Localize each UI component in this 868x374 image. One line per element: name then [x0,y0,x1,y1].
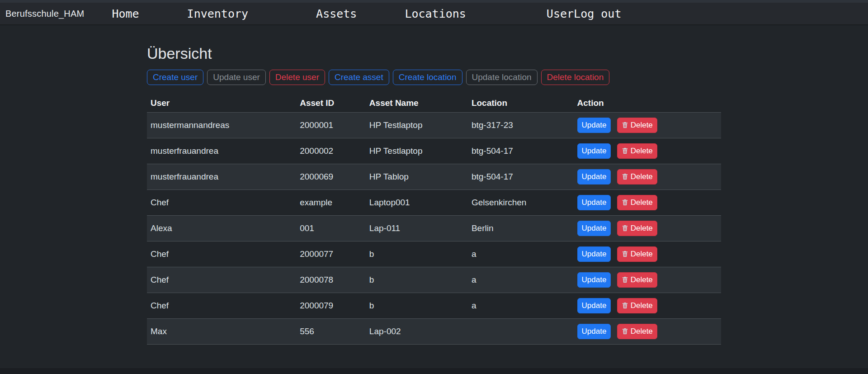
row-delete-button[interactable]: Delete [617,118,657,133]
cell-asset-name: HP Tablop [366,164,468,189]
trash-icon [622,173,628,180]
cell-asset-id: 2000002 [296,138,366,164]
cell-asset-id: 556 [296,318,366,344]
table-row: Chef example Laptop001 Gelsenkirchen Upd… [147,189,721,215]
main-container: Übersicht Create user Update user Delete… [147,44,721,345]
row-delete-button[interactable]: Delete [617,195,657,210]
delete-button-label: Delete [631,197,653,208]
trash-icon [622,225,628,232]
cell-asset-id: 2000077 [296,241,366,267]
trash-icon [622,276,628,283]
row-update-button[interactable]: Update [577,246,611,262]
delete-button-label: Delete [631,120,653,131]
table-row: Alexa 001 Lap-011 Berlin Update Delete [147,215,721,241]
cell-user: Chef [147,293,296,318]
update-user-button[interactable]: Update user [207,70,266,85]
table-row: musterfrauandrea 2000069 HP Tablop btg-5… [147,164,721,189]
row-update-button[interactable]: Update [577,118,611,133]
row-update-button[interactable]: Update [577,143,611,159]
cell-location: a [468,241,574,267]
cell-location: btg-317-23 [468,112,574,138]
table-row: Chef 2000079 b a Update Delete [147,293,721,318]
trash-icon [622,302,628,309]
cell-asset-name: HP Testlaptop [366,138,468,164]
trash-icon [622,199,628,206]
cell-asset-id: 2000001 [296,112,366,138]
create-user-button[interactable]: Create user [147,70,203,85]
cell-action: Update Delete [574,241,721,267]
cell-location: a [468,267,574,293]
row-update-button[interactable]: Update [577,195,611,210]
trash-icon [622,328,628,335]
navbar-brand[interactable]: Berufsschule_HAM [5,9,84,19]
navbar: Berufsschule_HAM Home Inventory Assets L… [0,3,868,25]
cell-action: Update Delete [574,293,721,318]
delete-button-label: Delete [631,171,653,182]
col-header-asset-name: Asset Name [366,94,468,113]
row-update-button[interactable]: Update [577,324,611,339]
cell-user: Max [147,318,296,344]
delete-location-button[interactable]: Delete location [541,70,610,85]
update-button-label: Update [582,223,607,234]
row-update-button[interactable]: Update [577,221,611,236]
update-button-label: Update [582,275,607,285]
row-delete-button[interactable]: Delete [617,272,657,288]
trash-icon [622,251,628,257]
cell-asset-id: 2000069 [296,164,366,189]
nav-item-locations[interactable]: Locations [405,7,466,20]
cell-asset-name: b [366,267,468,293]
delete-user-button[interactable]: Delete user [269,70,325,85]
row-delete-button[interactable]: Delete [617,143,657,159]
window-bottom-strip [0,368,868,374]
delete-button-label: Delete [631,300,653,311]
delete-button-label: Delete [631,146,653,156]
row-update-button[interactable]: Update [577,298,611,313]
row-update-button[interactable]: Update [577,169,611,185]
nav-item-logout[interactable]: Log out [574,7,621,20]
update-button-label: Update [582,300,607,311]
cell-location: btg-504-17 [468,138,574,164]
cell-user: Alexa [147,215,296,241]
update-button-label: Update [582,249,607,260]
row-delete-button[interactable]: Delete [617,221,657,236]
row-delete-button[interactable]: Delete [617,246,657,262]
cell-asset-id: 001 [296,215,366,241]
nav-item-assets[interactable]: Assets [316,7,357,20]
cell-user: mustermannandreas [147,112,296,138]
cell-location: Berlin [468,215,574,241]
table-row: mustermannandreas 2000001 HP Testlaptop … [147,112,721,138]
update-button-label: Update [582,171,607,182]
table-row: Max 556 Lap-002 Update Delete [147,318,721,344]
cell-action: Update Delete [574,318,721,344]
delete-button-label: Delete [631,223,653,234]
cell-action: Update Delete [574,112,721,138]
update-button-label: Update [582,146,607,156]
app-window: Berufsschule_HAM Home Inventory Assets L… [0,0,868,374]
cell-user: Chef [147,241,296,267]
toolbar: Create user Update user Delete user Crea… [147,70,721,85]
table-row: Chef 2000078 b a Update Delete [147,267,721,293]
cell-action: Update Delete [574,189,721,215]
create-location-button[interactable]: Create location [393,70,462,85]
col-header-location: Location [468,94,574,113]
create-asset-button[interactable]: Create asset [329,70,389,85]
update-location-button[interactable]: Update location [466,70,538,85]
cell-asset-id: 2000079 [296,293,366,318]
row-delete-button[interactable]: Delete [617,298,657,313]
row-delete-button[interactable]: Delete [617,324,657,339]
cell-asset-name: HP Testlaptop [366,112,468,138]
cell-asset-name: b [366,241,468,267]
col-header-asset-id: Asset ID [296,94,366,113]
nav-item-inventory[interactable]: Inventory [187,7,248,20]
col-header-action: Action [574,94,721,113]
nav-item-home[interactable]: Home [112,7,139,20]
cell-user: Chef [147,267,296,293]
row-update-button[interactable]: Update [577,272,611,288]
assets-table: User Asset ID Asset Name Location Action… [147,94,721,345]
row-delete-button[interactable]: Delete [617,169,657,185]
nav-item-user[interactable]: User [547,7,574,20]
cell-user: Chef [147,189,296,215]
cell-action: Update Delete [574,215,721,241]
cell-location: Gelsenkirchen [468,189,574,215]
cell-asset-name: b [366,293,468,318]
